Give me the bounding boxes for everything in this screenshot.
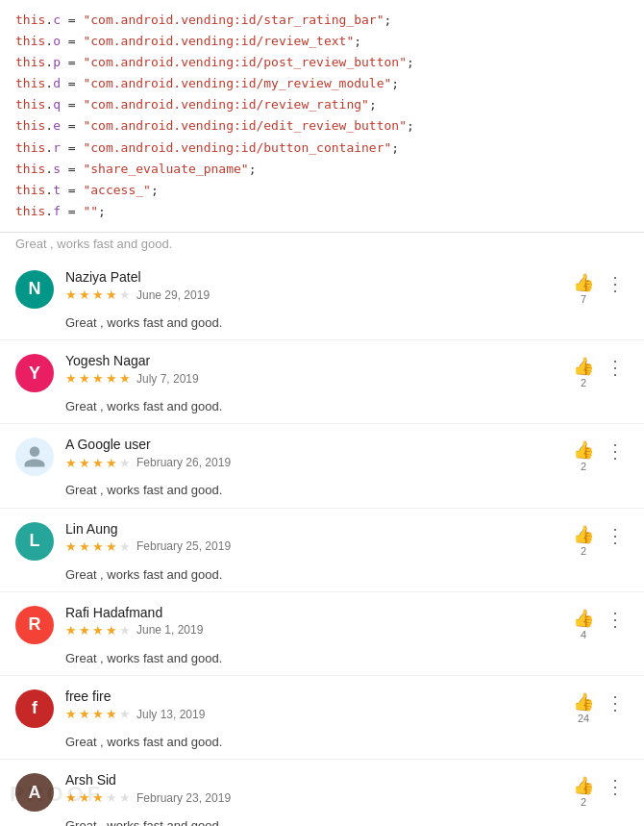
review-actions: 👍 2 ⋮ xyxy=(573,775,629,808)
review-meta: Yogesh Nagar ★★★★★ July 7, 2019 xyxy=(65,352,573,386)
reviewer-name: Rafi Hadafmand xyxy=(65,604,573,621)
code-line-e: this.e = "com.android.vending:id/edit_re… xyxy=(15,115,629,137)
like-button[interactable]: 👍 2 xyxy=(573,356,594,388)
star-icon: ★ xyxy=(119,539,131,554)
review-text: Great , works fast and good. xyxy=(65,650,629,667)
review-actions: 👍 2 ⋮ xyxy=(573,356,629,388)
code-line-t: this.t = "access_"; xyxy=(15,180,629,201)
review-item: N Naziya Patel ★★★★★ June 29, 2019 👍 7 ⋮… xyxy=(0,257,644,340)
star-icon: ★ xyxy=(119,456,131,470)
review-actions: 👍 4 ⋮ xyxy=(573,608,629,640)
review-text: Great , works fast and good. xyxy=(65,566,629,584)
more-options-button[interactable]: ⋮ xyxy=(602,608,629,631)
star-icon: ★ xyxy=(79,456,90,470)
more-options-button[interactable]: ⋮ xyxy=(602,691,629,714)
like-button[interactable]: 👍 24 xyxy=(573,691,594,724)
review-date: July 7, 2019 xyxy=(136,372,199,386)
stars-row: ★★★★★ February 26, 2019 xyxy=(65,456,573,470)
review-date: June 29, 2019 xyxy=(136,288,210,302)
review-actions: 👍 2 ⋮ xyxy=(573,439,629,472)
review-item: Y Yogesh Nagar ★★★★★ July 7, 2019 👍 2 ⋮ … xyxy=(0,340,644,424)
review-actions: 👍 2 ⋮ xyxy=(573,524,629,557)
review-actions: 👍 24 ⋮ xyxy=(573,691,629,724)
review-item: f free fire ★★★★★ July 13, 2019 👍 24 ⋮ G… xyxy=(0,676,644,760)
review-date: June 1, 2019 xyxy=(136,623,203,637)
reviews-section: N Naziya Patel ★★★★★ June 29, 2019 👍 7 ⋮… xyxy=(0,257,644,826)
reviewer-name: free fire xyxy=(65,688,573,705)
review-actions: 👍 7 ⋮ xyxy=(573,272,629,305)
thumbs-up-icon: 👍 xyxy=(573,775,594,796)
star-icon: ★ xyxy=(79,623,90,638)
star-icon: ★ xyxy=(119,790,131,805)
stars-row: ★★★★★ July 13, 2019 xyxy=(65,707,573,721)
review-date: February 25, 2019 xyxy=(136,539,231,553)
review-left: A Google user ★★★★★ February 26, 2019 xyxy=(15,436,573,476)
star-icon: ★ xyxy=(65,790,77,805)
star-icon: ★ xyxy=(106,456,117,470)
code-line-p: this.p = "com.android.vending:id/post_re… xyxy=(15,52,629,73)
thumbs-up-icon: 👍 xyxy=(573,272,594,293)
review-header: Y Yogesh Nagar ★★★★★ July 7, 2019 👍 2 ⋮ xyxy=(15,352,629,392)
review-text: Great , works fast and good. xyxy=(65,817,629,826)
review-date: February 23, 2019 xyxy=(136,791,231,805)
star-icon: ★ xyxy=(106,539,117,554)
code-line-d: this.d = "com.android.vending:id/my_revi… xyxy=(15,73,629,94)
star-icon: ★ xyxy=(92,456,104,470)
more-options-button[interactable]: ⋮ xyxy=(602,439,629,463)
star-icon: ★ xyxy=(106,707,117,721)
review-meta: Arsh Sid ★★★★★ February 23, 2019 xyxy=(65,771,573,805)
review-left: A Arsh Sid ★★★★★ February 23, 2019 xyxy=(15,771,573,812)
review-text: Great , works fast and good. xyxy=(65,482,629,499)
partial-review-text: Great , works fast and good. xyxy=(0,233,644,257)
review-text: Great , works fast and good. xyxy=(65,314,629,332)
like-button[interactable]: 👍 7 xyxy=(573,272,594,305)
more-options-button[interactable]: ⋮ xyxy=(602,775,629,798)
review-meta: Rafi Hadafmand ★★★★★ June 1, 2019 xyxy=(65,604,573,638)
code-line-f: this.f = ""; xyxy=(15,201,629,222)
reviewer-name: Naziya Patel xyxy=(65,268,573,286)
like-button[interactable]: 👍 2 xyxy=(573,439,594,472)
review-left: R Rafi Hadafmand ★★★★★ June 1, 2019 xyxy=(15,604,573,644)
code-section: this.c = "com.android.vending:id/star_ra… xyxy=(0,0,644,233)
review-date: February 26, 2019 xyxy=(136,456,231,469)
like-button[interactable]: 👍 2 xyxy=(573,524,594,557)
review-header: f free fire ★★★★★ July 13, 2019 👍 24 ⋮ xyxy=(15,688,629,728)
like-button[interactable]: 👍 2 xyxy=(573,775,594,808)
reviewer-name: Lin Aung xyxy=(65,520,573,538)
code-line-c: this.c = "com.android.vending:id/star_ra… xyxy=(15,10,629,31)
review-header: N Naziya Patel ★★★★★ June 29, 2019 👍 7 ⋮ xyxy=(15,268,629,309)
star-icon: ★ xyxy=(79,539,90,554)
stars-row: ★★★★★ June 29, 2019 xyxy=(65,288,573,302)
like-button[interactable]: 👍 4 xyxy=(573,608,594,640)
stars-row: ★★★★★ July 7, 2019 xyxy=(65,371,573,386)
thumbs-up-icon: 👍 xyxy=(573,691,594,713)
like-count: 2 xyxy=(581,796,586,808)
like-count: 2 xyxy=(581,545,586,557)
more-options-button[interactable]: ⋮ xyxy=(602,356,629,379)
star-icon: ★ xyxy=(92,623,104,638)
code-line-r: this.r = "com.android.vending:id/button_… xyxy=(15,138,629,159)
review-meta: Lin Aung ★★★★★ February 25, 2019 xyxy=(65,520,573,554)
star-icon: ★ xyxy=(92,371,104,386)
code-line-q: this.q = "com.android.vending:id/review_… xyxy=(15,94,629,115)
avatar xyxy=(15,438,54,476)
star-icon: ★ xyxy=(65,456,77,470)
review-meta: Naziya Patel ★★★★★ June 29, 2019 xyxy=(65,268,573,302)
more-options-button[interactable]: ⋮ xyxy=(602,524,629,547)
review-item: A Arsh Sid ★★★★★ February 23, 2019 👍 2 ⋮… xyxy=(0,760,644,826)
reviewer-name: A Google user xyxy=(65,436,573,453)
star-icon: ★ xyxy=(106,371,117,386)
thumbs-up-icon: 👍 xyxy=(573,439,594,461)
star-icon: ★ xyxy=(119,707,131,721)
star-icon: ★ xyxy=(106,623,117,638)
thumbs-up-icon: 👍 xyxy=(573,356,594,377)
avatar: f xyxy=(15,689,54,728)
star-icon: ★ xyxy=(119,623,131,638)
avatar: Y xyxy=(15,354,54,392)
more-options-button[interactable]: ⋮ xyxy=(602,272,629,295)
star-icon: ★ xyxy=(92,707,104,721)
stars-row: ★★★★★ February 25, 2019 xyxy=(65,539,573,554)
review-left: L Lin Aung ★★★★★ February 25, 2019 xyxy=(15,520,573,561)
like-count: 2 xyxy=(581,461,586,472)
review-left: N Naziya Patel ★★★★★ June 29, 2019 xyxy=(15,268,573,309)
